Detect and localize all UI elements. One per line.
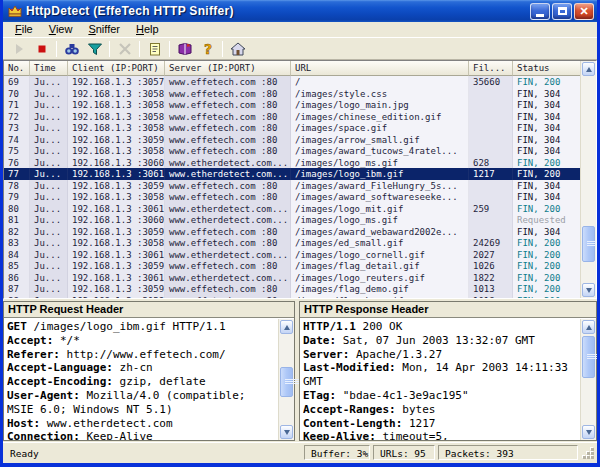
column-header-url[interactable]: URL	[291, 61, 469, 76]
log-button[interactable]	[143, 39, 166, 59]
row-url: /images/logo_reuters.gif	[291, 272, 469, 284]
table-row[interactable]: 88Ju...192.168.1.3 :3058www.effetech.com…	[4, 295, 580, 299]
scroll-up-button[interactable]	[582, 62, 595, 76]
response-panel-scrollbar[interactable]	[580, 319, 596, 440]
table-row[interactable]: 81Ju...192.168.1.3 :3060www.etherdetect.…	[4, 214, 580, 226]
start-capture-button[interactable]	[7, 39, 30, 59]
help-button[interactable]: ?	[196, 39, 219, 59]
row-server: www.effetech.com :80	[165, 145, 291, 157]
table-vertical-scrollbar[interactable]	[580, 61, 596, 298]
find-button[interactable]	[60, 39, 83, 59]
scroll-up-button[interactable]	[582, 320, 595, 334]
row-no: 88	[4, 295, 30, 299]
table-row[interactable]: 83Ju...192.168.1.3 :3058www.effetech.com…	[4, 237, 580, 249]
scroll-down-button[interactable]	[582, 425, 595, 439]
svg-text:?: ?	[203, 41, 211, 57]
row-status: FIN, 304	[513, 99, 580, 111]
row-server: www.etherdetect.com...	[165, 214, 291, 226]
row-no: 79	[4, 191, 30, 203]
app-icon	[7, 3, 23, 19]
clear-button[interactable]	[113, 39, 136, 59]
table-row[interactable]: 80Ju...192.168.1.3 :3061www.etherdetect.…	[4, 203, 580, 215]
table-row[interactable]: 74Ju...192.168.1.3 :3059www.effetech.com…	[4, 134, 580, 146]
resize-grip[interactable]	[581, 446, 595, 460]
row-filesize	[469, 88, 513, 100]
row-url: /images/logo_ms.gif	[291, 214, 469, 226]
menu-help[interactable]: Help	[129, 22, 166, 37]
row-filesize: 1822	[469, 272, 513, 284]
table-row[interactable]: 69Ju...192.168.1.3 :3057www.effetech.com…	[4, 76, 580, 88]
column-header-filesize[interactable]: Fil...	[469, 61, 513, 76]
row-client: 192.168.1.3 :3059	[68, 226, 165, 238]
close-button[interactable]: ✕	[574, 3, 594, 20]
row-status: FIN, 200	[513, 157, 580, 169]
scrollbar-thumb[interactable]	[582, 336, 595, 378]
scroll-up-button[interactable]	[280, 320, 293, 334]
table-row[interactable]: 75Ju...192.168.1.3 :3058www.effetech.com…	[4, 145, 580, 157]
table-row[interactable]: 86Ju...192.168.1.3 :3061www.etherdetect.…	[4, 272, 580, 284]
table-row[interactable]: 78Ju...192.168.1.3 :3059www.effetech.com…	[4, 180, 580, 192]
scrollbar-thumb[interactable]	[280, 367, 293, 397]
menu-sniffer[interactable]: Sniffer	[81, 22, 127, 37]
column-header-client[interactable]: Client (IP:PORT)	[68, 61, 165, 76]
header-line: Accept-Encoding: gzip, deflate	[7, 375, 278, 389]
header-line: HTTP/1.1 200 OK	[303, 320, 580, 334]
row-server: www.effetech.com :80	[165, 99, 291, 111]
scroll-down-button[interactable]	[582, 283, 595, 297]
row-status: FIN, 200	[513, 76, 580, 88]
row-no: 72	[4, 111, 30, 123]
table-row[interactable]: 72Ju...192.168.1.3 :3058www.effetech.com…	[4, 111, 580, 123]
table-row[interactable]: 76Ju...192.168.1.3 :3060www.etherdetect.…	[4, 157, 580, 169]
column-header-server[interactable]: Server (IP:PORT)	[165, 61, 291, 76]
header-panels: HTTP Request Header GET /images/logo_ibm…	[3, 299, 597, 442]
table-row[interactable]: 70Ju...192.168.1.3 :3058www.effetech.com…	[4, 88, 580, 100]
menu-view[interactable]: View	[42, 22, 80, 37]
row-url: /images/award_FileHungry_5s...	[291, 180, 469, 192]
minimize-button[interactable]	[530, 3, 550, 20]
column-header-no[interactable]: No.	[4, 61, 30, 76]
row-filesize: 1018	[469, 295, 513, 299]
filter-button[interactable]	[83, 39, 106, 59]
table-row[interactable]: 73Ju...192.168.1.3 :3058www.effetech.com…	[4, 122, 580, 134]
table-row[interactable]: 84Ju...192.168.1.3 :3061www.etherdetect.…	[4, 249, 580, 261]
row-client: 192.168.1.3 :3058	[68, 122, 165, 134]
table-row[interactable]: 85Ju...192.168.1.3 :3059www.effetech.com…	[4, 260, 580, 272]
column-header-status[interactable]: Status	[513, 61, 580, 76]
table-row[interactable]: 77Ju...192.168.1.3 :3061www.etherdetect.…	[4, 168, 580, 180]
scroll-down-button[interactable]	[280, 425, 293, 439]
row-no: 76	[4, 157, 30, 169]
response-header-content: HTTP/1.1 200 OKDate: Sat, 07 Jun 2003 13…	[300, 319, 596, 440]
row-filesize: 1013	[469, 283, 513, 295]
row-client: 192.168.1.3 :3061	[68, 272, 165, 284]
request-panel-scrollbar[interactable]	[278, 319, 294, 440]
toolbar-separator	[222, 41, 223, 57]
toolbar: ?	[3, 38, 597, 60]
row-status: Requested	[513, 214, 580, 226]
row-no: 84	[4, 249, 30, 261]
header-line: Date: Sat, 07 Jun 2003 13:32:07 GMT	[303, 334, 580, 348]
row-filesize	[469, 122, 513, 134]
scrollbar-thumb[interactable]	[582, 226, 595, 262]
row-status: FIN, 304	[513, 145, 580, 157]
table-row[interactable]: 79Ju...192.168.1.3 :3058www.effetech.com…	[4, 191, 580, 203]
maximize-button[interactable]	[552, 3, 572, 20]
row-time: Ju...	[30, 157, 68, 169]
manual-button[interactable]	[173, 39, 196, 59]
row-no: 74	[4, 134, 30, 146]
row-time: Ju...	[30, 145, 68, 157]
row-status: FIN, 200	[513, 203, 580, 215]
row-status: FIN, 200	[513, 272, 580, 284]
row-no: 73	[4, 122, 30, 134]
menu-file[interactable]: File	[8, 22, 40, 37]
table-row[interactable]: 87Ju...192.168.1.3 :3059www.effetech.com…	[4, 283, 580, 295]
stop-capture-button[interactable]	[30, 39, 53, 59]
row-filesize: 628	[469, 157, 513, 169]
row-url: /images/space.gif	[291, 122, 469, 134]
table-row[interactable]: 71Ju...192.168.1.3 :3058www.effetech.com…	[4, 99, 580, 111]
table-row[interactable]: 82Ju...192.168.1.3 :3059www.effetech.com…	[4, 226, 580, 238]
row-server: www.etherdetect.com...	[165, 249, 291, 261]
column-header-time[interactable]: Time	[30, 61, 68, 76]
row-server: www.effetech.com :80	[165, 111, 291, 123]
clear-icon	[117, 41, 133, 57]
home-button[interactable]	[226, 39, 249, 59]
